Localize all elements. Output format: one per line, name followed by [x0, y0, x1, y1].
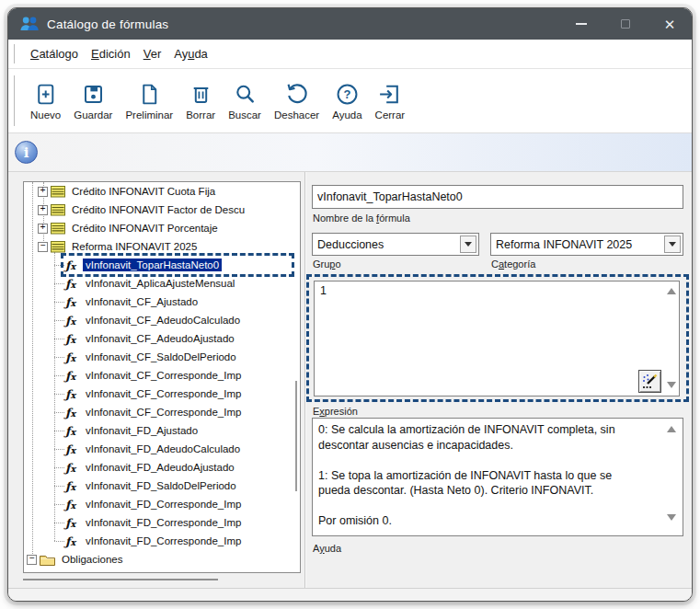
grupo-dropdown-button[interactable] — [460, 236, 476, 253]
formula-tree[interactable]: +Crédito INFONAVIT Cuota Fija+Crédito IN… — [23, 181, 301, 573]
formula-name-label: Nombre de la fórmula — [313, 213, 410, 224]
tree-item[interactable]: −Reforma INFONAVIT 2025 — [24, 237, 300, 256]
tree-item[interactable]: ƒxvInfonavit_CF_Corresponde_Imp — [24, 366, 300, 385]
toolbar-button-cerrar[interactable]: Cerrar — [369, 69, 412, 132]
toolbar: NuevoGuardarPreliminarBorrarBuscarDeshac… — [8, 69, 692, 133]
main-content: +Crédito INFONAVIT Cuota Fija+Crédito IN… — [8, 172, 692, 588]
toolbar-button-deshacer[interactable]: Deshacer — [268, 69, 326, 132]
tree-item[interactable]: ƒxvInfonavit_FD_AdeudoCalculado — [24, 440, 300, 458]
expression-textarea[interactable]: 1 — [314, 281, 680, 396]
tree-item-label: vInfonavit_FD_Corresponde_Imp — [83, 516, 244, 529]
svg-text:?: ? — [343, 87, 350, 101]
tree-item[interactable]: ƒxvInfonavit_FD_Corresponde_Imp — [24, 495, 300, 513]
tree-item-label: Crédito INFONAVIT Porcentaje — [69, 222, 221, 235]
tree-connector-stub — [54, 320, 64, 321]
toolbar-button-label: Deshacer — [274, 109, 319, 121]
help-scroll-up-icon[interactable] — [667, 426, 676, 432]
tree-connector-stub — [54, 504, 64, 505]
menu-item-3[interactable]: Ayuda — [167, 43, 214, 64]
tree-item[interactable]: ƒxvInfonavit_FD_Ajustado — [24, 421, 300, 440]
menu-item-1[interactable]: Edición — [85, 43, 137, 64]
tree-item[interactable]: ƒxvInfonavit_CF_AdeudoAjustado — [24, 329, 300, 348]
toolbar-button-label: Borrar — [186, 109, 215, 121]
catalog-window: Catálogo de fórmulas ✕ CatálogoEdiciónVe… — [7, 7, 693, 602]
tree-item[interactable]: ƒxvInfonavit_FD_SaldoDelPeriodo — [24, 477, 300, 495]
tree-item[interactable]: ƒxvInfonavit_AplicaAjusteMensual — [24, 274, 300, 293]
categoria-value: Reforma INFONAVIT 2025 — [491, 238, 664, 251]
toolbar-button-borrar[interactable]: Borrar — [179, 69, 222, 132]
fx-icon: ƒx — [65, 534, 80, 548]
help-textarea[interactable]: 0: Se calcula la amortización de INFONAV… — [312, 418, 683, 536]
tree-expand-toggle[interactable]: + — [38, 205, 48, 215]
tree-item[interactable]: ƒxvInfonavit_CF_SaldoDelPeriodo — [24, 348, 300, 366]
tree-item[interactable]: +Crédito INFONAVIT Porcentaje — [24, 219, 300, 237]
menu-item-2[interactable]: Ver — [137, 43, 168, 64]
menu-grip[interactable] — [14, 44, 17, 64]
help-label: Ayuda — [313, 543, 341, 554]
toolbar-button-ayuda[interactable]: ?Ayuda — [326, 69, 368, 132]
toolbar-button-label: Ayuda — [332, 109, 361, 121]
tree-item[interactable]: +Crédito INFONAVIT Factor de Descu — [24, 201, 300, 219]
tree-item[interactable]: ƒxvInfonavit_CF_Ajustado — [24, 293, 300, 311]
formula-name-input[interactable] — [312, 185, 683, 209]
tree-item[interactable]: ƒxvInfonavit_CF_Corresponde_Imp — [24, 403, 300, 421]
expression-scroll-down-icon[interactable] — [667, 382, 676, 388]
fx-icon: ƒx — [65, 295, 80, 309]
list-icon — [51, 204, 65, 216]
help-scroll-down-icon[interactable] — [667, 514, 676, 521]
categoria-combobox[interactable]: Reforma INFONAVIT 2025 — [490, 233, 683, 256]
maximize-button[interactable] — [603, 8, 648, 40]
toolbar-button-nuevo[interactable]: Nuevo — [24, 69, 67, 132]
info-band: i — [8, 133, 692, 172]
tree-item-selected[interactable]: ƒxvInfonavit_ToparHastaNeto0 — [24, 256, 300, 274]
toolbar-button-buscar[interactable]: Buscar — [222, 69, 268, 132]
toolbar-grip[interactable] — [14, 75, 17, 126]
categoria-label: Categoría — [491, 259, 535, 270]
categoria-dropdown-button[interactable] — [664, 236, 681, 253]
tree-vertical-scrollbar[interactable] — [295, 381, 297, 491]
expression-wizard-button[interactable] — [638, 370, 661, 393]
tree-item-label: vInfonavit_FD_AdeudoAjustado — [83, 461, 237, 474]
minimize-button[interactable] — [559, 8, 603, 40]
menu-item-0[interactable]: Catálogo — [24, 43, 85, 64]
toolbar-button-preliminar[interactable]: Preliminar — [119, 69, 179, 132]
tree-connector-stub — [54, 357, 64, 358]
tree-expand-toggle[interactable]: + — [38, 224, 48, 234]
tree-item[interactable]: ƒxvInfonavit_CF_AdeudoCalculado — [24, 311, 300, 329]
toolbar-button-label: Guardar — [74, 109, 112, 121]
tree-item[interactable]: ƒxvInfonavit_FD_Corresponde_Imp — [24, 513, 300, 532]
fx-icon: ƒx — [65, 461, 80, 475]
fx-icon: ƒx — [65, 498, 80, 511]
tree-expand-toggle[interactable]: − — [27, 555, 37, 565]
trash-icon — [189, 82, 213, 107]
fx-icon: ƒx — [65, 424, 80, 438]
minimize-icon — [576, 23, 587, 25]
tree-item[interactable]: ƒxvInfonavit_CF_Corresponde_Imp — [24, 385, 300, 403]
preview-document-icon — [137, 82, 162, 107]
fx-icon: ƒx — [65, 516, 80, 530]
tree-item-label: Obligaciones — [59, 553, 125, 566]
tree-connector-stub — [54, 412, 64, 413]
tree-item[interactable]: −Obligaciones — [24, 550, 300, 569]
toolbar-button-guardar[interactable]: Guardar — [67, 69, 119, 132]
expression-scroll-up-icon[interactable] — [667, 288, 676, 294]
info-icon[interactable]: i — [15, 141, 38, 164]
fx-icon: ƒx — [65, 387, 80, 401]
panel-divider — [304, 172, 305, 588]
tree-expand-toggle[interactable]: − — [38, 242, 48, 252]
list-icon — [51, 241, 65, 253]
grupo-label: Grupo — [313, 259, 341, 270]
title-bar: Catálogo de fórmulas ✕ — [8, 8, 692, 40]
fx-icon: ƒx — [65, 350, 80, 364]
tree-item[interactable]: ƒxvInfonavit_FD_AdeudoAjustado — [24, 458, 300, 477]
app-users-icon — [19, 15, 40, 33]
grupo-combobox[interactable]: Deducciones — [312, 233, 479, 256]
tree-item[interactable]: +Crédito INFONAVIT Cuota Fija — [24, 182, 300, 201]
tree-horizontal-scrollbar[interactable] — [23, 579, 218, 580]
toolbar-button-label: Cerrar — [375, 109, 406, 121]
toolbar-button-label: Buscar — [228, 109, 261, 121]
undo-icon — [284, 82, 309, 107]
tree-item[interactable]: ƒxvInfonavit_FD_Corresponde_Imp — [24, 532, 300, 550]
tree-expand-toggle[interactable]: + — [38, 187, 48, 197]
close-button[interactable]: ✕ — [648, 8, 692, 40]
